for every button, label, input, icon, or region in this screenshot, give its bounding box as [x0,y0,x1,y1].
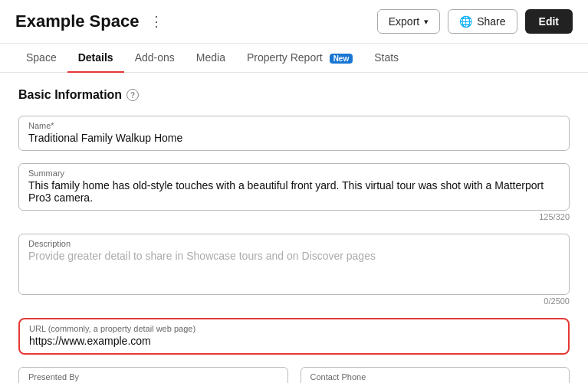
url-label: URL (commonly, a property detail web pag… [29,324,559,333]
more-menu-icon[interactable]: ⋮ [145,11,168,31]
tab-stats[interactable]: Stats [363,44,409,73]
chevron-down-icon: ▾ [424,17,429,27]
header-actions: Export ▾ 🌐 Share Edit [377,9,573,34]
name-field-group: Name* Traditional Family Walkup Home [18,116,570,151]
app-title: Example Space [15,11,139,31]
url-field-group: URL (commonly, a property detail web pag… [18,318,570,355]
help-icon[interactable]: ? [126,89,139,101]
presented-by-label: Presented By [28,372,278,381]
header-left: Example Space ⋮ [15,11,168,31]
app-header: Example Space ⋮ Export ▾ 🌐 Share Edit [0,0,588,44]
summary-value[interactable]: This family home has old-style touches w… [28,179,560,204]
share-label: Share [477,15,505,28]
description-char-count: 0/2500 [18,296,570,306]
presented-by-field-wrapper[interactable]: Presented By Acme Realty [18,367,288,383]
globe-icon: 🌐 [459,15,472,28]
tab-details[interactable]: Details [67,44,124,73]
url-value[interactable]: https://www.example.com [29,335,559,347]
name-field-wrapper[interactable]: Name* Traditional Family Walkup Home [18,116,570,151]
edit-button[interactable]: Edit [525,9,573,34]
name-value[interactable]: Traditional Family Walkup Home [28,132,560,144]
summary-char-count: 125/320 [18,212,570,221]
description-field-group: Description Provide greater detail to sh… [18,234,570,306]
tab-addons[interactable]: Add-ons [124,44,186,73]
summary-field-wrapper[interactable]: Summary This family home has old-style t… [18,163,570,211]
summary-field-group: Summary This family home has old-style t… [18,163,570,221]
summary-label: Summary [28,169,560,178]
tab-media[interactable]: Media [186,44,236,73]
nav-tabs: Space Details Add-ons Media Property Rep… [0,44,588,73]
contact-phone-label: Contact Phone [310,372,560,381]
bottom-two-col: Presented By Acme Realty Contact Phone (… [18,367,570,383]
name-label: Name* [28,121,560,130]
description-label: Description [28,239,560,248]
tab-space[interactable]: Space [15,44,67,73]
new-badge: New [330,54,353,64]
section-title: Basic Information ? [18,88,570,102]
url-field-wrapper[interactable]: URL (commonly, a property detail web pag… [18,318,570,355]
tab-property-report[interactable]: Property Report New [236,44,363,73]
main-content: Basic Information ? Name* Traditional Fa… [0,73,588,383]
share-button[interactable]: 🌐 Share [448,9,517,34]
export-button[interactable]: Export ▾ [377,9,440,34]
export-label: Export [389,15,419,28]
description-field-wrapper[interactable]: Description Provide greater detail to sh… [18,234,570,295]
description-placeholder: Provide greater detail to share in Showc… [28,250,560,262]
contact-phone-field-wrapper[interactable]: Contact Phone (555)555-0112 [301,367,570,383]
